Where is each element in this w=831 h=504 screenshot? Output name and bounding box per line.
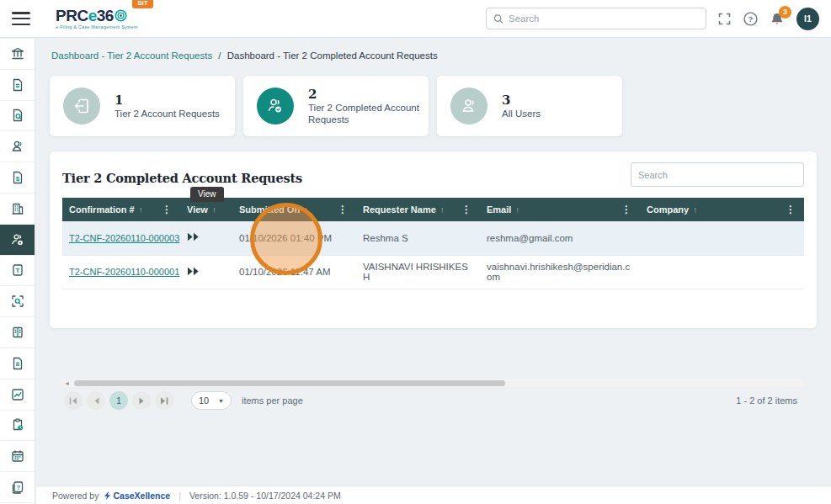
sidebar-item-organizations[interactable] [0, 194, 35, 225]
panel-title: Tier 2 Completed Account Requests [62, 171, 302, 185]
user-avatar[interactable]: I1 [796, 8, 819, 30]
table-row: T2-CNF-20260110-000001 01/10/2026 11:47 … [62, 255, 804, 289]
confirmation-link[interactable]: T2-CNF-20260110-000003 [69, 233, 179, 243]
sort-asc-icon[interactable]: ↑ [693, 205, 697, 215]
svg-text:?: ? [16, 484, 20, 491]
requests-table: Confirmation #↑⋮ View↑ Submitted On↑⋮ Re… [62, 198, 804, 289]
view-button[interactable] [187, 267, 200, 276]
previous-page-button[interactable] [87, 391, 105, 410]
first-page-button[interactable] [64, 391, 83, 410]
confirmation-link[interactable]: T2-CNF-20260110-000001 [69, 267, 179, 277]
casexellence-logo-icon [104, 491, 111, 501]
page-size-select[interactable]: 10 ▼ [191, 391, 232, 410]
sidebar-item-files[interactable] [0, 348, 35, 379]
dashboard-cards: 1 Tier 2 Account Requests 2 Tier 2 Compl… [50, 76, 622, 136]
footer-divider: | [178, 491, 181, 501]
horizontal-scrollbar[interactable]: ◄ [62, 379, 804, 387]
logo-text-e: e [88, 8, 97, 24]
column-header-confirmation[interactable]: Confirmation #↑⋮ [62, 198, 180, 221]
view-tooltip: View [190, 187, 224, 202]
card-tier2-account-requests[interactable]: 1 Tier 2 Account Requests [50, 76, 235, 136]
sort-asc-icon[interactable]: ↑ [440, 205, 445, 215]
next-page-icon [139, 397, 145, 405]
left-sidebar: $ T ? [0, 39, 35, 504]
card-label: Tier 2 Completed Account Requests [308, 103, 420, 126]
table-header-row: Confirmation #↑⋮ View↑ Submitted On↑⋮ Re… [62, 198, 804, 221]
sidebar-item-scan-search[interactable] [0, 286, 35, 317]
file-icon [10, 356, 25, 371]
notifications-bell-icon[interactable]: 3 [770, 12, 784, 26]
completed-requests-panel: Tier 2 Completed Account Requests View C… [50, 151, 817, 328]
current-page-button[interactable]: 1 [109, 391, 128, 410]
sort-asc-icon[interactable]: ↑ [515, 205, 519, 215]
sidebar-item-tasks[interactable] [0, 411, 35, 442]
column-menu-icon[interactable]: ⋮ [460, 204, 473, 215]
view-button[interactable] [187, 232, 200, 241]
users-icon [10, 139, 25, 154]
sidebar-item-calendar[interactable] [0, 441, 35, 472]
column-header-requester-name[interactable]: Requester Name↑⋮ [356, 198, 480, 221]
app-logo: PRCe36 e-Filing & Case Management System… [56, 8, 138, 30]
fullscreen-icon[interactable] [718, 13, 731, 25]
notification-count-badge: 3 [779, 6, 791, 19]
column-menu-icon[interactable]: ⋮ [784, 204, 797, 215]
sidebar-item-document-search[interactable] [0, 101, 35, 132]
main-content: Dashboard - Tier 2 Account Requests / Da… [36, 39, 831, 485]
column-menu-icon[interactable]: ⋮ [620, 204, 633, 215]
column-menu-icon[interactable]: ⋮ [160, 204, 173, 215]
calendar-icon [10, 448, 25, 464]
breadcrumb-link[interactable]: Dashboard - Tier 2 Account Requests [51, 50, 212, 61]
global-search[interactable] [486, 8, 706, 29]
sidebar-item-templates[interactable]: T [0, 256, 35, 287]
users-icon [460, 97, 478, 115]
sidebar-item-faq[interactable]: ? [0, 472, 35, 503]
powered-by-label: Powered by [52, 491, 99, 501]
card-icon-circle [450, 88, 487, 125]
card-label: All Users [502, 109, 541, 120]
global-search-input[interactable] [509, 13, 699, 24]
sidebar-item-institution[interactable] [0, 39, 35, 70]
card-count: 3 [502, 93, 541, 108]
building-icon [10, 201, 25, 216]
last-page-button[interactable] [155, 391, 173, 410]
card-count: 1 [115, 93, 220, 108]
logo-text-prc: PRC [56, 8, 88, 24]
sort-asc-icon[interactable]: ↑ [212, 205, 216, 215]
sidebar-item-documents[interactable] [0, 70, 35, 101]
logo-target-icon [115, 9, 127, 22]
sort-asc-icon[interactable]: ↑ [139, 205, 143, 215]
scrollbar-thumb[interactable] [74, 380, 505, 386]
column-menu-icon[interactable]: ⋮ [336, 204, 349, 215]
sidebar-item-reports[interactable] [0, 379, 35, 411]
sidebar-item-ledger[interactable] [0, 317, 35, 348]
previous-page-icon [93, 397, 99, 405]
scroll-left-icon[interactable]: ◄ [64, 379, 70, 387]
svg-text:?: ? [748, 14, 754, 24]
scan-search-icon [10, 294, 25, 309]
table-search-input[interactable] [631, 162, 804, 187]
caret-down-icon: ▼ [218, 398, 224, 404]
menu-icon[interactable] [12, 12, 30, 25]
card-all-users[interactable]: 3 All Users [437, 76, 622, 136]
column-header-company[interactable]: Company↑⋮ [640, 198, 804, 221]
svg-text:$: $ [15, 175, 19, 183]
breadcrumb-current: Dashboard - Tier 2 Completed Account Req… [227, 50, 438, 61]
items-range-label: 1 - 2 of 2 items [736, 395, 797, 406]
column-header-email[interactable]: Email↑⋮ [480, 198, 640, 221]
sort-asc-icon[interactable]: ↑ [304, 205, 308, 215]
sidebar-item-users[interactable] [0, 131, 35, 162]
sidebar-item-account-requests[interactable] [0, 225, 35, 256]
email-cell: reshma@gmail.com [480, 221, 640, 255]
sidebar-item-fees[interactable]: $ [0, 162, 35, 194]
page-size-value: 10 [199, 395, 209, 406]
column-header-submitted-on[interactable]: Submitted On↑⋮ [232, 198, 356, 221]
chart-icon [10, 387, 25, 402]
first-page-icon [69, 397, 77, 405]
card-tier2-completed-account-requests[interactable]: 2 Tier 2 Completed Account Requests [243, 76, 429, 136]
requester-name-cell: VAISHNAVI HRISHIKESH [356, 255, 480, 289]
email-cell: vaishnavi.hrishikesh@speridian.com [480, 255, 640, 289]
help-icon[interactable]: ? [743, 12, 758, 26]
ledger-icon [10, 325, 25, 340]
submitted-on-cell: 01/10/2026 01:40 PM [232, 221, 356, 255]
next-page-button[interactable] [132, 391, 151, 410]
